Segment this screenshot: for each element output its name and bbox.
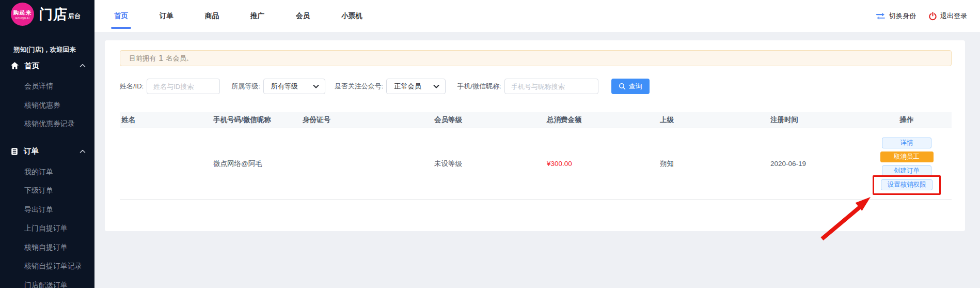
- sidebar-item-verify-pickup-order-records[interactable]: 核销自提订单记录: [0, 256, 94, 276]
- sidebar-item-pickup-orders[interactable]: 上门自提订单: [0, 219, 94, 238]
- table-header-row: 姓名 手机号码/微信昵称 身份证号 会员等级 总消费金额 上级 注册时间 操作: [120, 112, 952, 128]
- member-count: 1: [159, 53, 163, 64]
- filter-bar: 姓名/ID: 所属等级: 所有等级 是否关注公众号: 正常会员 手机/微信昵称:: [120, 79, 952, 94]
- chevron-down-icon: [313, 85, 319, 88]
- chevron-up-icon: [80, 149, 86, 153]
- header-register-time: 注册时间: [769, 115, 862, 125]
- switch-identity-button[interactable]: 切换身份: [875, 11, 916, 21]
- cell-phone-nickname: 微点网络@阿毛: [212, 159, 301, 169]
- cancel-staff-button[interactable]: 取消员工: [880, 151, 934, 162]
- follow-official-account-label: 是否关注公众号:: [335, 82, 384, 91]
- chevron-up-icon: [80, 64, 86, 68]
- brand-title-main: 门店: [39, 7, 68, 22]
- sidebar-item-verify-pickup-orders[interactable]: 核销自提订单: [0, 238, 94, 257]
- level-select[interactable]: 所有等级: [263, 79, 325, 94]
- members-table: 姓名 手机号码/微信昵称 身份证号 会员等级 总消费金额 上级 注册时间 操作 …: [120, 112, 952, 200]
- create-order-button[interactable]: 创建订单: [882, 165, 931, 176]
- app-root: 购起来 GOUQILAI 门店 后台 朔知(门店)，欢迎回来 首页 会员详: [0, 0, 980, 288]
- content-card: 目前拥有 1 名会员。 姓名/ID: 所属等级: 所有等级 是否关注公众号: 正…: [105, 40, 965, 231]
- brand-title: 门店 后台: [39, 7, 81, 22]
- sidebar-item-store-delivery-orders[interactable]: 门店配送订单: [0, 276, 94, 288]
- sidebar-group-orders-items: 我的订单 下级订单 导出订单 上门自提订单 核销自提订单 核销自提订单记录 门店…: [0, 162, 94, 288]
- cell-total-amount: ¥300.00: [545, 160, 658, 168]
- notice-suffix: 名会员。: [166, 54, 193, 63]
- home-icon: [10, 62, 19, 70]
- cell-parent: 朔知: [658, 159, 769, 169]
- switch-identity-label: 切换身份: [889, 11, 916, 21]
- phone-nickname-input[interactable]: [504, 79, 598, 94]
- member-count-notice: 目前拥有 1 名会员。: [120, 50, 952, 66]
- follow-select-value: 正常会员: [394, 82, 421, 91]
- sidebar: 购起来 GOUQILAI 门店 后台 朔知(门店)，欢迎回来 首页 会员详: [0, 0, 94, 288]
- cell-actions: 详情 取消员工 创建订单 设置核销权限: [862, 138, 952, 190]
- notice-prefix: 目前拥有: [129, 54, 156, 63]
- brand-logo[interactable]: 购起来 GOUQILAI 门店 后台: [0, 0, 94, 26]
- set-verify-permission-wrap: 设置核销权限: [881, 179, 932, 190]
- brand-title-sub: 后台: [68, 12, 81, 22]
- sidebar-group-home-label: 首页: [24, 61, 39, 71]
- level-label: 所属等级:: [231, 82, 260, 91]
- switch-arrows-icon: [875, 12, 886, 20]
- name-id-label: 姓名/ID:: [120, 82, 144, 91]
- logout-label: 退出登录: [940, 11, 967, 21]
- cell-register-time: 2020-06-19: [769, 160, 862, 168]
- order-list-icon: [10, 147, 19, 156]
- tab-members[interactable]: 会员: [294, 11, 311, 21]
- cell-member-level: 未设等级: [433, 159, 545, 169]
- search-icon: [619, 83, 626, 90]
- sidebar-item-verify-coupon-record[interactable]: 核销优惠券记录: [0, 114, 94, 133]
- name-id-input[interactable]: [147, 79, 220, 94]
- sidebar-group-home[interactable]: 首页: [0, 55, 94, 77]
- sidebar-group-home-items: 会员详情 核销优惠券 核销优惠券记录: [0, 77, 94, 133]
- sidebar-item-verify-coupon[interactable]: 核销优惠券: [0, 96, 94, 115]
- header-phone-nickname: 手机号码/微信昵称: [212, 115, 301, 125]
- logout-button[interactable]: 退出登录: [928, 11, 967, 21]
- phone-nickname-label: 手机/微信昵称:: [457, 82, 501, 91]
- header-parent: 上级: [658, 115, 769, 125]
- set-verify-permission-button[interactable]: 设置核销权限: [881, 179, 932, 190]
- sidebar-item-sub-orders[interactable]: 下级订单: [0, 181, 94, 200]
- header-name: 姓名: [120, 115, 212, 125]
- sidebar-item-export-orders[interactable]: 导出订单: [0, 200, 94, 219]
- follow-select[interactable]: 正常会员: [386, 79, 446, 94]
- sidebar-item-member-detail[interactable]: 会员详情: [0, 77, 94, 96]
- search-button-label: 查询: [629, 82, 642, 91]
- power-icon: [928, 12, 937, 21]
- search-button[interactable]: 查询: [611, 79, 650, 94]
- tab-promotion[interactable]: 推广: [249, 11, 266, 21]
- brand-logo-subtext: GOUQILAI: [15, 17, 29, 20]
- brand-logo-text: 购起来: [13, 9, 32, 16]
- tab-orders[interactable]: 订单: [158, 11, 175, 21]
- sidebar-item-my-orders[interactable]: 我的订单: [0, 162, 94, 181]
- header-member-level: 会员等级: [433, 115, 545, 125]
- level-select-value: 所有等级: [271, 82, 298, 91]
- sidebar-group-orders-label: 订单: [24, 146, 39, 156]
- topbar-tabs: 首页 订单 商品 推广 会员 小票机: [113, 0, 364, 32]
- welcome-text: 朔知(门店)，欢迎回来: [13, 46, 76, 54]
- header-total-amount: 总消费金额: [545, 115, 658, 125]
- tab-goods[interactable]: 商品: [203, 11, 220, 21]
- topbar-actions: 切换身份 退出登录: [875, 0, 967, 32]
- header-id-card: 身份证号: [301, 115, 433, 125]
- tab-receipt-printer[interactable]: 小票机: [340, 11, 364, 21]
- chevron-down-icon: [433, 85, 439, 88]
- tab-home[interactable]: 首页: [113, 11, 130, 21]
- brand-logo-icon: 购起来 GOUQILAI: [11, 3, 34, 26]
- sidebar-group-orders[interactable]: 订单: [0, 141, 94, 162]
- topbar: 首页 订单 商品 推广 会员 小票机 切换身份: [94, 0, 980, 32]
- detail-button[interactable]: 详情: [882, 138, 931, 148]
- table-row: 微点网络@阿毛 未设等级 ¥300.00 朔知 2020-06-19 详情 取消…: [120, 128, 952, 200]
- sidebar-menu: 首页 会员详情 核销优惠券 核销优惠券记录 订单: [0, 55, 94, 288]
- header-actions: 操作: [862, 115, 952, 125]
